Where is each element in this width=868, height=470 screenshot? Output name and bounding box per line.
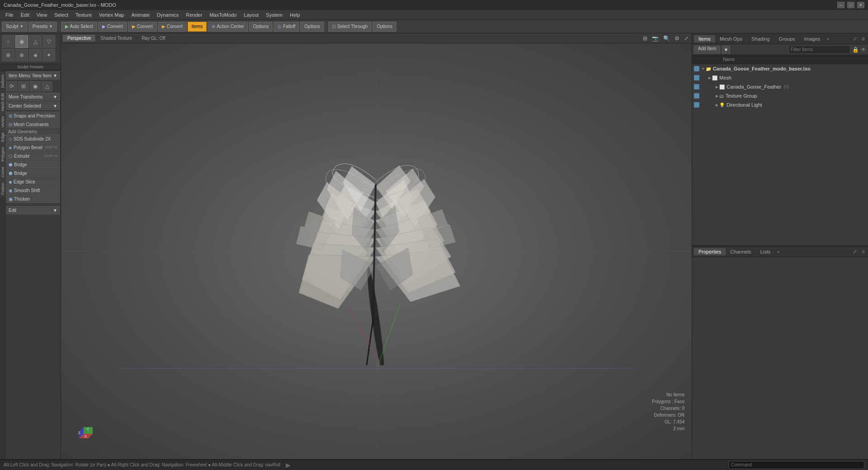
vp-tab-raygl[interactable]: Ray GL: Off: [137, 35, 170, 42]
thicken-btn[interactable]: ▣ Thicken: [6, 195, 60, 203]
tool-circle[interactable]: ○: [2, 35, 14, 48]
side-tab-fusion[interactable]: Fusion: [0, 180, 6, 197]
tab-images[interactable]: Images: [800, 35, 825, 42]
lock-icon[interactable]: 🔒: [852, 47, 859, 53]
presets-button[interactable]: Presets ▼: [28, 22, 57, 32]
close-button[interactable]: ✕: [857, 2, 864, 8]
menu-view[interactable]: View: [33, 11, 51, 19]
eye-mesh[interactable]: [694, 75, 699, 80]
transform-icon-1[interactable]: ⟳: [6, 81, 17, 91]
sds-subdivide-btn[interactable]: ◇ SDS Subdivide 2X: [6, 135, 60, 143]
add-item-btn[interactable]: Add Item: [694, 46, 720, 54]
edge-slice-btn[interactable]: ◆ Edge Slice: [6, 178, 60, 186]
vp-ctrl-grid[interactable]: ⊞: [642, 35, 649, 42]
options1-button[interactable]: Options: [249, 22, 273, 32]
menu-select[interactable]: Select: [51, 11, 72, 19]
item-texture-group[interactable]: ▶ 🗂 Texture Group: [692, 91, 868, 100]
add-geometry-header[interactable]: Add Geometry: [6, 129, 60, 135]
menu-edit[interactable]: Edit: [17, 11, 33, 19]
tab-groups[interactable]: Groups: [774, 35, 799, 42]
auto-select-button[interactable]: ▶ Auto Select: [61, 22, 97, 32]
more-transforms-dropdown[interactable]: More Transforms ▼: [6, 93, 60, 101]
eye-icon[interactable]: 👁: [861, 47, 866, 53]
minimize-button[interactable]: ─: [837, 2, 844, 8]
tab-lists[interactable]: Lists: [756, 248, 775, 255]
menu-animate[interactable]: Animate: [128, 11, 153, 19]
maximize-button[interactable]: □: [847, 2, 854, 8]
item-menu-dropdown[interactable]: Item Menu: New Item ▼: [6, 71, 60, 80]
filter-items-input[interactable]: [788, 46, 850, 54]
center-selected-dropdown[interactable]: Center Selected ▼: [6, 102, 60, 110]
vp-ctrl-expand[interactable]: ⤢: [683, 35, 690, 42]
bridge-btn[interactable]: ⬟ Bridge: [6, 160, 60, 169]
tab-channels[interactable]: Channels: [726, 248, 755, 255]
menu-render[interactable]: Render: [182, 11, 206, 19]
panel-menu-btn[interactable]: ≡: [860, 36, 866, 42]
eye-root[interactable]: [694, 66, 699, 71]
transform-icon-2[interactable]: ⊞: [18, 81, 29, 91]
add-props-tab[interactable]: +: [777, 249, 779, 254]
eye-feather[interactable]: [694, 84, 699, 89]
item-feather[interactable]: ▶ ⬜ Canada_Goose_Feather (?): [692, 82, 868, 91]
menu-system[interactable]: System: [262, 11, 286, 19]
convert3-button[interactable]: ▶ Convert: [158, 22, 187, 32]
menu-texture[interactable]: Texture: [72, 11, 95, 19]
side-tab-mesh-edit[interactable]: Mesh Edit: [0, 91, 6, 113]
side-tab-edge[interactable]: Edge: [0, 130, 6, 144]
side-tab-deform[interactable]: Deform: [0, 72, 6, 90]
vp-ctrl-gear[interactable]: ⚙: [673, 35, 681, 42]
tool-star[interactable]: ✦: [42, 49, 55, 61]
menu-dynamics[interactable]: Dynamics: [153, 11, 182, 19]
menu-layout[interactable]: Layout: [240, 11, 262, 19]
falloff-button[interactable]: ◎ Falloff: [274, 22, 299, 32]
extrude-btn[interactable]: ⬡ Extrude Shift+X: [6, 152, 60, 160]
convert1-button[interactable]: ▶ Convert: [98, 22, 127, 32]
vp-ctrl-cam[interactable]: 📷: [651, 35, 660, 42]
tool-diamond[interactable]: ◈: [29, 49, 42, 61]
viewport-canvas[interactable]: No Items Polygons : Face Channels: 0 Def…: [61, 43, 692, 459]
options3-button[interactable]: Options: [373, 22, 396, 32]
tool-tri-up[interactable]: △: [29, 35, 42, 48]
transform-icon-3[interactable]: ◉: [30, 81, 41, 91]
add-item-arrow[interactable]: ▼: [722, 46, 730, 54]
tool-plus-circle[interactable]: ⊕: [2, 49, 14, 61]
convert2-button[interactable]: ▶ Convert: [128, 22, 157, 32]
menu-maxtomodo[interactable]: MaxToModo: [206, 11, 240, 19]
mesh-constraints-btn[interactable]: ⊟ Mesh Constraints: [6, 120, 60, 128]
items-button[interactable]: Items: [188, 22, 207, 32]
edit-dropdown[interactable]: Edit ▼: [6, 206, 60, 214]
tool-dot[interactable]: ◉: [15, 35, 28, 48]
side-tab-vertex[interactable]: Vertex: [0, 114, 6, 130]
transform-icon-4[interactable]: △: [42, 81, 52, 91]
tab-properties[interactable]: Properties: [694, 248, 726, 255]
expand-panel-btn[interactable]: ⤢: [851, 36, 859, 42]
props-menu-btn[interactable]: ≡: [860, 249, 866, 255]
tab-shading[interactable]: Shading: [747, 35, 774, 42]
vp-tab-shaded[interactable]: Shaded Texture: [96, 35, 137, 42]
smooth-shift-btn[interactable]: ◉ Smooth Shift: [6, 186, 60, 194]
polygon-bevel-btn[interactable]: ◈ Polygon Bevel Shift+B: [6, 143, 60, 151]
tool-x-circle[interactable]: ⊗: [15, 49, 28, 61]
bridge-btn2[interactable]: ⬟ Bridge: [6, 169, 60, 177]
eye-dir-light[interactable]: [694, 102, 699, 108]
tool-tri-down[interactable]: ▽: [42, 35, 55, 48]
item-root[interactable]: ▼ 📁 Canada_Goose_Feather_modo_baser.lxo: [692, 64, 868, 73]
side-tab-curve[interactable]: Curve: [0, 164, 6, 180]
add-panel-tab[interactable]: +: [827, 36, 830, 42]
snaps-precision-btn[interactable]: ⊞ Snaps and Precision: [6, 112, 60, 120]
options2-button[interactable]: Options: [300, 22, 324, 32]
action-center-button[interactable]: ⊕ Action Center: [208, 22, 248, 32]
side-tab-polygon[interactable]: Polygon: [0, 145, 6, 164]
eye-texture[interactable]: [694, 93, 699, 99]
item-mesh-group[interactable]: ▶ ⬜ Mesh: [692, 73, 868, 82]
status-arrow[interactable]: ▶: [286, 461, 291, 469]
command-input[interactable]: [729, 461, 864, 469]
sculpt-button[interactable]: Sculpt ▼: [2, 22, 28, 32]
vp-ctrl-search[interactable]: 🔍: [662, 35, 671, 42]
menu-vertex-map[interactable]: Vertex Map: [95, 11, 128, 19]
tab-mesh-ops[interactable]: Mesh Ops: [715, 35, 747, 42]
item-dir-light[interactable]: ▶ 💡 Directional Light: [692, 100, 868, 109]
expand-props-btn[interactable]: ⤢: [851, 249, 859, 255]
menu-file[interactable]: File: [2, 11, 17, 19]
select-through-button[interactable]: ⊡ Select Through: [328, 22, 372, 32]
